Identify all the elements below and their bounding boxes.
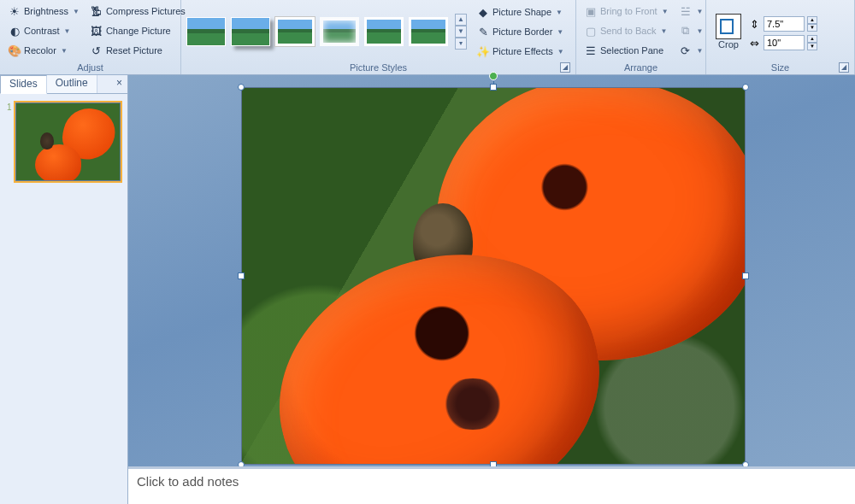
- style-thumb-2[interactable]: [231, 17, 270, 46]
- align-button[interactable]: ☱▼: [675, 2, 708, 21]
- styles-dialog-launcher[interactable]: ◢: [560, 62, 570, 73]
- brightness-label: Brightness: [24, 6, 68, 16]
- group-arrange: ▣ Bring to Front ▼ ▢ Send to Back ▼ ☰ Se…: [576, 0, 706, 74]
- border-icon: ✎: [476, 25, 490, 38]
- style-thumb-3[interactable]: [275, 17, 315, 46]
- dropdown-icon: ▼: [557, 28, 563, 36]
- dropdown-icon: ▼: [61, 47, 68, 55]
- resize-handle-ne[interactable]: [742, 84, 749, 91]
- send-to-back-button[interactable]: ▢ Send to Back ▼: [580, 21, 673, 40]
- align-icon: ☱: [679, 4, 693, 18]
- group-icon: ⧉: [679, 24, 693, 38]
- crop-label: Crop: [718, 39, 739, 50]
- back-label: Send to Back: [600, 26, 656, 36]
- rotate-icon: ⟳: [679, 44, 693, 57]
- style-thumb-5[interactable]: [364, 17, 404, 46]
- effects-icon: ✨: [476, 44, 490, 58]
- slides-panel: Slides Outline × 1: [0, 75, 128, 504]
- style-thumb-1[interactable]: [186, 17, 226, 46]
- effects-label: Picture Effects: [492, 46, 553, 56]
- panel-tabs: Slides Outline ×: [0, 75, 127, 94]
- dropdown-icon: ▼: [697, 27, 704, 35]
- selection-pane-button[interactable]: ☰ Selection Pane: [580, 41, 673, 60]
- group-button[interactable]: ⧉▼: [675, 21, 708, 40]
- ribbon: ☀ Brightness ▼ ◐ Contrast ▼ 🎨 Recolor ▼ …: [0, 0, 855, 75]
- contrast-button[interactable]: ◐ Contrast ▼: [3, 21, 84, 40]
- reset-icon: ↺: [90, 44, 103, 57]
- shape-label: Picture Shape: [492, 7, 551, 17]
- selected-picture[interactable]: [241, 87, 746, 465]
- change-label: Change Picture: [106, 26, 171, 36]
- crop-button[interactable]: Crop: [710, 11, 747, 52]
- width-icon: ⇔: [747, 36, 761, 50]
- dropdown-icon: ▼: [73, 8, 80, 15]
- resize-handle-e[interactable]: [742, 273, 749, 279]
- slide-thumbnail-image: [15, 103, 121, 181]
- size-dialog-launcher[interactable]: ◢: [839, 62, 849, 73]
- height-up[interactable]: ▲: [807, 16, 817, 24]
- group-picture-styles: ▲ ▼ ▾ ◆ Picture Shape ▼ ✎ Picture Border…: [181, 0, 576, 74]
- brightness-icon: ☀: [8, 4, 21, 18]
- selection-pane-icon: ☰: [584, 44, 598, 57]
- width-up[interactable]: ▲: [807, 35, 817, 43]
- picture-effects-button[interactable]: ✨ Picture Effects ▼: [472, 42, 569, 61]
- recolor-button[interactable]: 🎨 Recolor ▼: [3, 41, 84, 60]
- rotate-handle[interactable]: [489, 72, 498, 80]
- group-size-label: Size: [771, 62, 789, 73]
- change-picture-button[interactable]: 🖼 Change Picture: [86, 21, 190, 40]
- group-arrange-label: Arrange: [580, 62, 702, 74]
- crop-icon: [716, 14, 741, 39]
- picture-border-button[interactable]: ✎ Picture Border ▼: [472, 22, 569, 41]
- compress-pictures-button[interactable]: 🗜 Compress Pictures: [86, 2, 190, 21]
- bring-to-front-button[interactable]: ▣ Bring to Front ▼: [580, 2, 673, 21]
- slide-number: 1: [7, 103, 12, 181]
- recolor-label: Recolor: [24, 45, 56, 56]
- front-icon: ▣: [584, 4, 598, 18]
- contrast-label: Contrast: [24, 26, 60, 36]
- picture-shape-button[interactable]: ◆ Picture Shape ▼: [472, 3, 569, 21]
- compress-label: Compress Pictures: [106, 6, 186, 16]
- group-styles-label: Picture Styles: [350, 62, 407, 73]
- gallery-up-icon[interactable]: ▲: [455, 14, 467, 26]
- rotate-button[interactable]: ⟳▼: [675, 41, 708, 60]
- border-label: Picture Border: [492, 26, 552, 37]
- slide-thumbnail-1[interactable]: 1: [5, 101, 122, 183]
- shape-icon: ◆: [476, 5, 490, 19]
- group-adjust: ☀ Brightness ▼ ◐ Contrast ▼ 🎨 Recolor ▼ …: [0, 0, 181, 74]
- width-down[interactable]: ▼: [807, 43, 817, 50]
- gallery-more-icon[interactable]: ▾: [455, 38, 467, 50]
- dropdown-icon: ▼: [660, 27, 667, 35]
- notes-pane[interactable]: Click to add notes: [128, 466, 855, 504]
- picture-content: [241, 87, 746, 465]
- styles-gallery: ▲ ▼ ▾: [185, 10, 469, 53]
- gallery-down-icon[interactable]: ▼: [455, 26, 467, 38]
- style-thumb-4[interactable]: [320, 17, 359, 46]
- tab-outline[interactable]: Outline: [47, 75, 97, 93]
- change-picture-icon: 🖼: [90, 24, 103, 38]
- gallery-scroll: ▲ ▼ ▾: [455, 14, 467, 50]
- front-label: Bring to Front: [600, 6, 657, 16]
- group-adjust-label: Adjust: [3, 62, 177, 74]
- resize-handle-nw[interactable]: [238, 84, 245, 91]
- height-icon: ⇕: [747, 17, 761, 31]
- selpane-label: Selection Pane: [600, 45, 663, 56]
- brightness-button[interactable]: ☀ Brightness ▼: [3, 2, 84, 21]
- tab-slides[interactable]: Slides: [0, 75, 47, 94]
- dropdown-icon: ▼: [557, 48, 564, 56]
- slide-editor[interactable]: Click to add notes: [128, 75, 855, 504]
- resize-handle-n[interactable]: [490, 84, 497, 91]
- panel-close-button[interactable]: ×: [111, 75, 127, 93]
- resize-handle-w[interactable]: [238, 273, 245, 279]
- height-down[interactable]: ▼: [807, 24, 817, 32]
- style-thumb-6[interactable]: [409, 17, 448, 46]
- reset-label: Reset Picture: [106, 45, 162, 56]
- height-field[interactable]: [764, 16, 805, 32]
- recolor-icon: 🎨: [8, 44, 21, 57]
- dropdown-icon: ▼: [662, 8, 669, 15]
- dropdown-icon: ▼: [556, 9, 563, 16]
- contrast-icon: ◐: [8, 24, 21, 38]
- dropdown-icon: ▼: [64, 27, 71, 35]
- reset-picture-button[interactable]: ↺ Reset Picture: [86, 41, 190, 60]
- dropdown-icon: ▼: [697, 47, 704, 55]
- width-field[interactable]: [764, 35, 805, 50]
